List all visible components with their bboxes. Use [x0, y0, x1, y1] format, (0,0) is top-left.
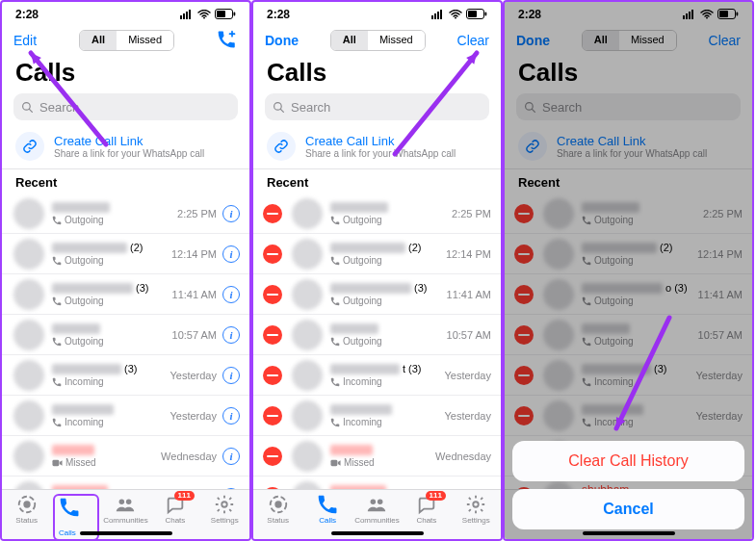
- delete-row-button[interactable]: [514, 285, 534, 304]
- call-row[interactable]: (3) Outgoing 11:41 AM i: [2, 274, 249, 315]
- info-button[interactable]: i: [222, 286, 240, 303]
- delete-row-button[interactable]: [263, 245, 282, 264]
- call-row[interactable]: o (3) Outgoing 11:41 AM: [505, 274, 752, 315]
- svg-point-12: [23, 501, 30, 507]
- clear-button[interactable]: Clear: [457, 33, 489, 48]
- delete-row-button[interactable]: [263, 406, 282, 425]
- delete-row-button[interactable]: [263, 285, 282, 304]
- svg-point-14: [126, 500, 132, 505]
- call-row[interactable]: Outgoing 10:57 AM: [253, 315, 501, 355]
- svg-rect-17: [434, 13, 436, 19]
- segment-missed[interactable]: Missed: [368, 31, 425, 50]
- info-button[interactable]: i: [222, 367, 240, 384]
- call-row[interactable]: (2) Outgoing 12:14 PM: [253, 234, 501, 274]
- call-row[interactable]: Incoming Yesterday: [505, 396, 752, 436]
- cancel-button[interactable]: Cancel: [512, 489, 744, 529]
- call-row[interactable]: t (3) Incoming Yesterday: [253, 355, 501, 396]
- clear-call-history-button[interactable]: Clear Call History: [512, 441, 744, 481]
- call-row[interactable]: Outgoing 2:25 PM i: [2, 193, 249, 234]
- call-row-subtitle: Incoming: [582, 376, 695, 387]
- info-button[interactable]: i: [222, 326, 240, 344]
- done-button[interactable]: Done: [516, 33, 550, 48]
- done-button[interactable]: Done: [265, 33, 299, 48]
- call-row[interactable]: Outgoing 2:25 PM: [505, 193, 752, 234]
- delete-row-button[interactable]: [514, 325, 534, 345]
- avatar: [13, 441, 44, 472]
- delete-row-button[interactable]: [263, 366, 282, 385]
- segment-all[interactable]: All: [331, 31, 368, 50]
- delete-row-button[interactable]: [514, 406, 534, 425]
- create-call-link[interactable]: Create Call LinkShare a link for your Wh…: [505, 126, 752, 169]
- info-button[interactable]: i: [222, 205, 240, 222]
- tab-communities[interactable]: Communities: [102, 494, 148, 525]
- delete-row-button[interactable]: [514, 245, 534, 264]
- search-input[interactable]: Search: [516, 93, 741, 120]
- call-row-name-redacted: [582, 283, 663, 294]
- tab-settings[interactable]: Settings: [201, 494, 248, 525]
- clear-button[interactable]: Clear: [709, 33, 741, 48]
- call-row-subtitle: Outgoing: [330, 215, 452, 225]
- page-title: Calls: [2, 54, 249, 93]
- call-row[interactable]: (2) Outgoing 12:14 PM i: [2, 234, 249, 274]
- info-button[interactable]: i: [222, 448, 240, 465]
- avatar: [543, 360, 574, 391]
- avatar: [292, 239, 323, 270]
- create-call-link[interactable]: Create Call LinkShare a link for your Wh…: [253, 126, 501, 169]
- call-row[interactable]: Missed Wednesday i: [2, 477, 249, 489]
- tab-status[interactable]: Status: [4, 494, 50, 525]
- call-filter-segment[interactable]: All Missed: [79, 30, 174, 51]
- call-filter-segment[interactable]: All Missed: [330, 30, 426, 51]
- edit-button[interactable]: Edit: [13, 33, 37, 48]
- call-row[interactable]: Missed Wednesday i: [2, 436, 249, 477]
- info-button[interactable]: i: [222, 407, 240, 425]
- delete-row-button[interactable]: [263, 447, 282, 466]
- call-row[interactable]: Missed Wednesday: [253, 477, 501, 489]
- call-row-name-redacted: [330, 243, 405, 253]
- call-row[interactable]: (3) Incoming Yesterday i: [2, 355, 249, 396]
- call-row-time: Yesterday: [444, 410, 491, 422]
- info-button[interactable]: i: [222, 245, 240, 263]
- tab-status[interactable]: Status: [255, 494, 301, 525]
- segment-missed[interactable]: Missed: [117, 31, 173, 50]
- delete-row-button[interactable]: [514, 366, 534, 385]
- segment-all[interactable]: All: [583, 31, 619, 50]
- create-call-link[interactable]: Create Call LinkShare a link for your Wh…: [2, 126, 249, 169]
- segment-missed[interactable]: Missed: [619, 31, 676, 50]
- call-list: Outgoing 2:25 PM i (2) Outgoing 12:14 PM…: [2, 193, 249, 489]
- search-input[interactable]: Search: [265, 93, 489, 120]
- call-row-subtitle: Outgoing: [582, 215, 703, 225]
- search-input[interactable]: Search: [13, 93, 238, 120]
- call-row-time: 10:57 AM: [172, 329, 217, 341]
- delete-row-button[interactable]: [263, 204, 282, 223]
- tab-communities[interactable]: Communities: [353, 494, 400, 525]
- call-row[interactable]: Incoming Yesterday i: [2, 396, 249, 436]
- call-filter-segment[interactable]: All Missed: [582, 30, 677, 51]
- call-row[interactable]: Outgoing 10:57 AM i: [2, 315, 249, 355]
- call-row[interactable]: Outgoing 10:57 AM: [505, 315, 752, 355]
- call-row[interactable]: (2) Outgoing 12:14 PM: [505, 234, 752, 274]
- tab-calls[interactable]: Calls: [304, 494, 351, 525]
- call-row[interactable]: (3) Incoming Yesterday: [505, 355, 752, 396]
- call-row-subtitle: Incoming: [330, 417, 444, 427]
- link-icon: [518, 132, 547, 161]
- search-placeholder: Search: [39, 100, 79, 115]
- call-row-name-redacted: [330, 202, 388, 213]
- new-call-button[interactable]: [217, 30, 238, 52]
- svg-line-41: [532, 109, 534, 112]
- tab-settings[interactable]: Settings: [453, 494, 499, 525]
- call-row[interactable]: Missed Wednesday: [253, 436, 501, 477]
- call-row[interactable]: (3) Outgoing 11:41 AM: [253, 274, 501, 315]
- delete-row-button[interactable]: [263, 325, 282, 345]
- call-row[interactable]: Incoming Yesterday: [253, 396, 501, 436]
- tab-chats[interactable]: Chats111: [152, 494, 198, 525]
- segment-all[interactable]: All: [80, 31, 117, 50]
- avatar: [292, 279, 323, 310]
- call-row[interactable]: Outgoing 2:25 PM: [253, 193, 501, 234]
- call-row-name-redacted: [330, 445, 373, 455]
- call-row-time: Wednesday: [161, 451, 217, 462]
- delete-row-button[interactable]: [514, 204, 534, 223]
- call-row-subtitle: Incoming: [52, 376, 169, 387]
- section-recent: Recent: [253, 169, 501, 193]
- tab-chats[interactable]: Chats111: [404, 494, 450, 525]
- call-row-subtitle: Outgoing: [330, 336, 447, 347]
